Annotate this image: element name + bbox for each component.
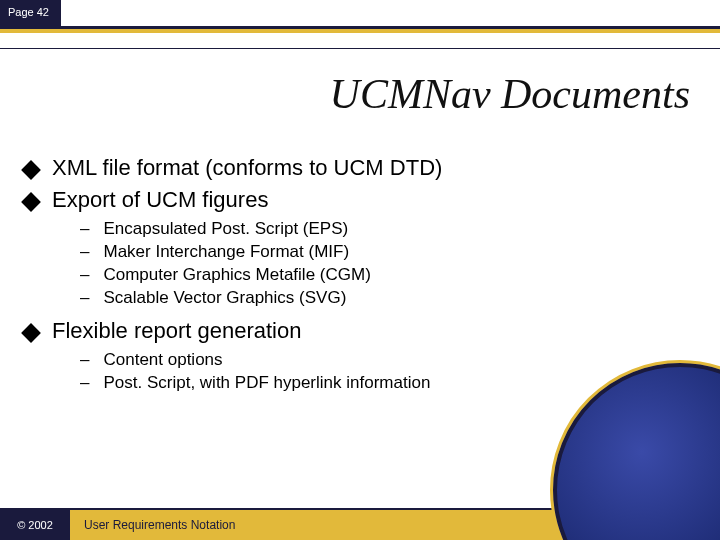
slide: Page 42 UCMNav Documents XML file format…: [0, 0, 720, 540]
sub-bullet-item: –Maker Interchange Format (MIF): [80, 242, 700, 262]
bullet-text: XML file format (conforms to UCM DTD): [52, 155, 442, 181]
sub-bullet-list: –Encapsulated Post. Script (EPS) –Maker …: [80, 219, 700, 308]
dash-icon: –: [80, 242, 89, 262]
sub-bullet-text: Computer Graphics Metafile (CGM): [103, 265, 370, 285]
sub-bullet-text: Post. Script, with PDF hyperlink informa…: [103, 373, 430, 393]
dash-icon: –: [80, 373, 89, 393]
copyright: © 2002: [0, 510, 70, 540]
slide-body: XML file format (conforms to UCM DTD) Ex…: [20, 155, 700, 403]
sub-bullet-item: –Encapsulated Post. Script (EPS): [80, 219, 700, 239]
bullet-text: Export of UCM figures: [52, 187, 268, 213]
diamond-bullet-icon: [21, 323, 41, 343]
sub-bullet-item: –Computer Graphics Metafile (CGM): [80, 265, 700, 285]
sub-bullet-item: –Content options: [80, 350, 700, 370]
sub-bullet-text: Maker Interchange Format (MIF): [103, 242, 349, 262]
dash-icon: –: [80, 265, 89, 285]
sub-bullet-item: –Scalable Vector Graphics (SVG): [80, 288, 700, 308]
diamond-bullet-icon: [21, 160, 41, 180]
slide-title: UCMNav Documents: [330, 70, 690, 118]
dash-icon: –: [80, 288, 89, 308]
sub-bullet-text: Encapsulated Post. Script (EPS): [103, 219, 348, 239]
dash-icon: –: [80, 350, 89, 370]
bullet-item: XML file format (conforms to UCM DTD): [20, 155, 700, 181]
dash-icon: –: [80, 219, 89, 239]
bullet-item: Flexible report generation: [20, 318, 700, 344]
diamond-bullet-icon: [21, 192, 41, 212]
bullet-text: Flexible report generation: [52, 318, 301, 344]
sub-bullet-text: Content options: [103, 350, 222, 370]
page-number-tab: Page 42: [0, 0, 61, 26]
sub-bullet-text: Scalable Vector Graphics (SVG): [103, 288, 346, 308]
bullet-item: Export of UCM figures: [20, 187, 700, 213]
